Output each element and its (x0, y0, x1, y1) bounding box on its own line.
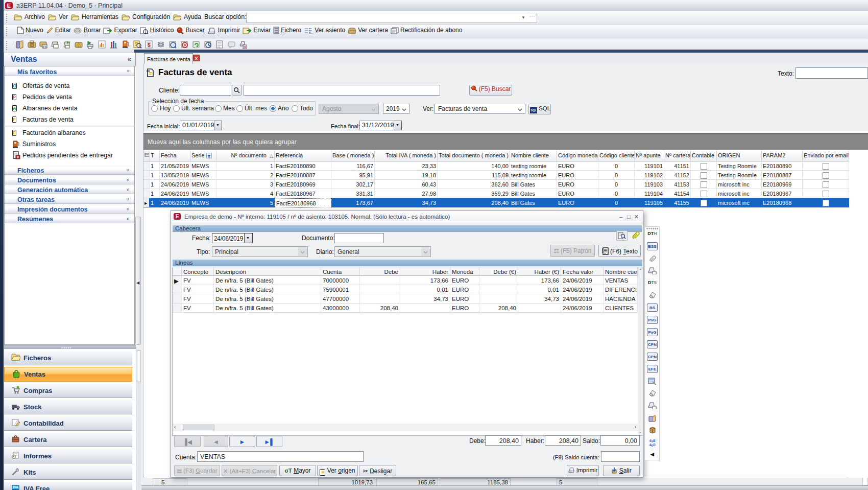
svg-text:C: C (31, 43, 33, 47)
svg-text:$: $ (148, 42, 151, 48)
svg-text:P: P (17, 156, 19, 159)
svg-text:IVA: IVA (13, 485, 18, 489)
svg-text:x…: x… (309, 31, 313, 34)
